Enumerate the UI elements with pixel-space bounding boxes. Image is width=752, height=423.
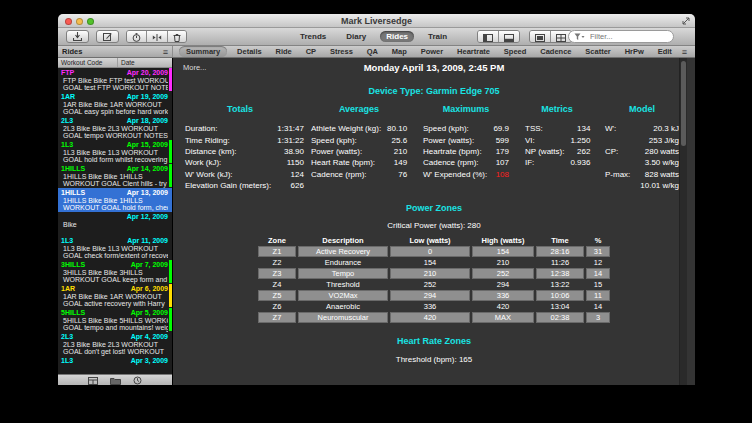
analysis-tab[interactable]: Speed [500,47,531,56]
view-tab[interactable]: Train [422,31,453,42]
metric-label: Athlete Weight (kg): [311,123,381,134]
zone-low: 294 [390,290,470,301]
analysis-tab[interactable]: Power [417,47,448,56]
metric-value: 253 J/kg [632,134,679,145]
ride-date: Apr 4, 2009 [131,333,168,341]
analysis-tab[interactable]: Ride [272,47,296,56]
ride-list-item[interactable]: 1L3 Apr 15, 2009 1L3 Bike Bike 1L3 WORKO… [58,140,172,164]
ride-desc-line2: GOAL don't get lost! WORKOUT [61,348,168,356]
zone-description: VO2Max [298,290,388,301]
metric-label: Power (watts): [311,146,381,157]
sidebar-toggle-button[interactable] [478,31,499,43]
filter-box[interactable] [568,30,674,43]
sidebar-menu-icon[interactable]: ≡ [163,47,168,57]
analysis-tab[interactable]: Cadence [536,47,575,56]
column-date[interactable]: Date [118,58,135,67]
close-window-icon[interactable] [65,18,72,25]
metric-row: W' Expended (%):108 [423,169,509,180]
metric-value: 626 [271,180,304,191]
split-ride-button[interactable] [147,31,168,43]
metric-value: 280 watts [632,146,679,157]
power-zones-table: Zone Description Low (watts) High (watts… [256,235,612,324]
tiled-view-icon [556,34,566,42]
ride-list-item[interactable]: 5HILLS Apr 5, 2009 5HILLS Bike Bike 5HIL… [58,308,172,332]
analysis-tab[interactable]: HrPw [621,47,648,56]
view-tab[interactable]: Rides [380,31,414,42]
analysis-tab[interactable]: Details [233,47,266,56]
ride-code: 1HILLS [61,189,85,197]
start-workout-button[interactable] [127,31,147,43]
analysis-tab[interactable]: CP [302,47,320,56]
analysis-tab[interactable]: Stress [326,47,357,56]
filter-icon [574,33,585,41]
import-ride-button[interactable] [66,30,89,43]
manual-entry-button[interactable] [96,30,119,43]
tab-menu-icon[interactable]: ≡ [682,47,687,57]
tabbed-view-button[interactable] [530,31,551,43]
analysis-tab[interactable]: Summary [179,46,227,57]
ride-code: 1L3 [61,357,73,365]
ride-list-item[interactable]: 1HILLS Apr 13, 2009 1HILLS Bike Bike 1HI… [58,188,172,212]
metric-row: Speed (kph):69.9 [423,123,509,134]
metric-label: Power (watts): [423,134,487,145]
clock-icon[interactable] [133,376,142,385]
ride-list-item[interactable]: 1AR Apr 19, 2009 1AR Bike Bike 1AR WORKO… [58,92,172,116]
ride-list-item[interactable]: 2L3 Apr 18, 2009 2L3 Bike Bike 2L3 WORKO… [58,116,172,140]
ride-color-stripe [169,284,172,307]
scrollbar-thumb[interactable] [681,61,686,146]
ride-code: 1L3 [61,237,73,245]
ride-list-item[interactable]: 2L3 Apr 4, 2009 2L3 Bike Bike 2L3 WORKOU… [58,332,172,356]
zone-low: 336 [390,302,470,311]
zone-description: Threshold [298,280,388,289]
analysis-tab[interactable]: Map [388,47,411,56]
metric-label: Heartrate (bpm): [423,146,487,157]
ride-desc-line1: 2L3 Bike Bike 2L3 WORKOUT [61,341,168,349]
zone-row: Z3 Tempo 210 252 12:38 14 [258,268,610,279]
zoom-window-icon[interactable] [87,18,94,25]
analysis-tab[interactable]: Scatter [581,47,614,56]
analysis-tab[interactable]: QA [363,47,382,56]
analysis-tab-bar: Rides ≡ SummaryDetailsRideCPStressQAMapP… [58,46,695,58]
delete-ride-button[interactable] [168,31,186,43]
folder-icon[interactable] [110,377,121,385]
analysis-tab[interactable]: Edit [654,47,676,56]
zone-low: 210 [390,268,470,279]
zone-percent: 3 [586,312,610,323]
metric-row: Cadence (rpm):107 [423,157,509,168]
panes-icon[interactable] [88,377,98,385]
metric-value: 149 [381,157,407,168]
ride-list-item[interactable]: 1L3 Apr 3, 2009 [58,356,172,374]
metric-row: Heart Rate (bpm):149 [311,157,407,168]
vertical-scrollbar[interactable] [679,58,687,385]
ride-list-item[interactable]: 3HILLS Apr 7, 2009 3HILLS Bike Bike 3HIL… [58,260,172,284]
ride-list-item[interactable]: 1HILLS Apr 14, 2009 1HILLS Bike Bike 1HI… [58,164,172,188]
filter-input[interactable] [588,31,668,42]
zone-percent: 15 [586,280,610,289]
zone-low: 252 [390,280,470,289]
view-tab[interactable]: Diary [340,31,372,42]
ride-code: 1AR [61,93,75,101]
metric-row: 253 J/kg [605,134,679,145]
ride-date: Apr 15, 2009 [127,141,168,149]
metric-value: 108 [487,169,509,180]
more-link[interactable]: More... [183,63,206,72]
ride-desc-line2: GOAL tempo WORKOUT NOTES [61,132,168,140]
column-workout-code[interactable]: Workout Code [58,58,118,67]
ride-code: 1L3 [61,141,73,149]
metric-value: 1.250 [564,134,590,145]
model-column: Model W':20.3 kJ253 J/kgCP:280 watts3.50… [605,104,679,191]
split-icon [152,33,162,42]
metric-row: Time Riding:1:31:22 [185,134,304,145]
stopwatch-icon [132,33,141,42]
minimize-window-icon[interactable] [76,18,83,25]
ride-list-item[interactable]: Apr 12, 2009 Bike [58,212,172,236]
fullscreen-icon[interactable] [682,17,690,25]
analysis-tab[interactable]: Heartrate [453,47,494,56]
ride-list-item[interactable]: 1L3 Apr 11, 2009 1L3 Bike Bike 1L3 WORKO… [58,236,172,260]
metric-label: TSS: [525,123,564,134]
ride-list-item[interactable]: FTP Apr 20, 2009 FTP Bike Bike FTP test … [58,68,172,92]
view-tab[interactable]: Trends [294,31,332,42]
ride-list-item[interactable]: 1AR Apr 6, 2009 1AR Bike Bike 1AR WORKOU… [58,284,172,308]
traffic-lights [65,18,94,25]
lowbar-toggle-button[interactable] [499,31,519,43]
